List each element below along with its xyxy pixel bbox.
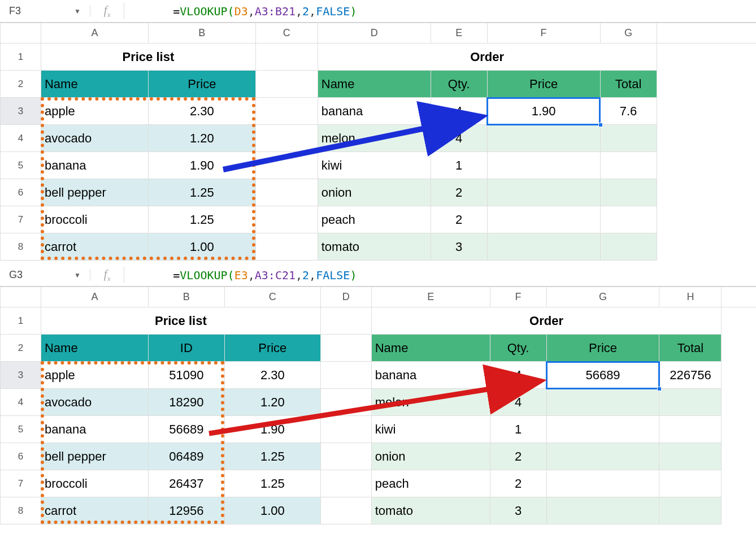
cell[interactable]: 12956 bbox=[148, 497, 224, 524]
cell[interactable]: 2.30 bbox=[224, 362, 320, 389]
cell[interactable] bbox=[546, 470, 659, 497]
cell[interactable]: Price list bbox=[41, 44, 255, 71]
cell[interactable]: avocado bbox=[41, 389, 148, 416]
row-header[interactable]: 6 bbox=[1, 443, 41, 470]
cell[interactable]: onion bbox=[371, 443, 490, 470]
cell[interactable]: 1.00 bbox=[224, 497, 320, 524]
cell[interactable]: Price bbox=[224, 335, 320, 362]
cell[interactable]: ID bbox=[148, 335, 224, 362]
col-header[interactable]: G bbox=[600, 23, 657, 44]
active-cell[interactable]: 1.90 bbox=[487, 98, 600, 125]
cell[interactable]: banana bbox=[371, 362, 490, 389]
cell[interactable]: 56689 bbox=[148, 416, 224, 443]
row-header[interactable]: 3 bbox=[1, 98, 41, 125]
cell[interactable]: 51090 bbox=[148, 362, 224, 389]
row-header[interactable]: 1 bbox=[1, 44, 41, 71]
cell[interactable]: 2 bbox=[431, 179, 487, 206]
row-header[interactable]: 5 bbox=[1, 416, 41, 443]
cell[interactable]: 1.90 bbox=[224, 416, 320, 443]
cell[interactable]: kiwi bbox=[371, 416, 490, 443]
cell[interactable]: Order bbox=[318, 44, 657, 71]
cell[interactable]: Qty. bbox=[431, 71, 487, 98]
cell[interactable]: 3 bbox=[490, 497, 546, 524]
cell[interactable] bbox=[659, 443, 722, 470]
col-header[interactable]: F bbox=[487, 23, 600, 44]
cell[interactable]: Name bbox=[41, 71, 148, 98]
cell[interactable]: 06489 bbox=[148, 443, 224, 470]
row-header[interactable]: 2 bbox=[1, 71, 41, 98]
cell[interactable]: bell pepper bbox=[41, 179, 148, 206]
cell[interactable]: 1.20 bbox=[224, 389, 320, 416]
col-header[interactable]: C bbox=[224, 287, 320, 307]
cell[interactable]: Price bbox=[148, 71, 255, 98]
name-box[interactable]: F3 ▼ bbox=[0, 5, 90, 17]
cell[interactable] bbox=[255, 206, 318, 233]
row-header[interactable]: 1 bbox=[1, 307, 41, 335]
col-header[interactable]: B bbox=[148, 287, 224, 307]
cell[interactable] bbox=[255, 98, 318, 125]
cell[interactable]: 2 bbox=[490, 443, 546, 470]
row-header[interactable]: 8 bbox=[1, 497, 41, 524]
cell[interactable] bbox=[600, 206, 657, 233]
cell[interactable]: 1.20 bbox=[148, 125, 255, 152]
cell[interactable] bbox=[320, 497, 371, 524]
row-header[interactable]: 6 bbox=[1, 179, 41, 206]
cell[interactable] bbox=[659, 416, 722, 443]
cell[interactable] bbox=[487, 206, 600, 233]
col-header[interactable]: B bbox=[148, 23, 255, 44]
cell[interactable]: 4 bbox=[490, 389, 546, 416]
row-header[interactable]: 8 bbox=[1, 233, 41, 261]
cell[interactable] bbox=[320, 416, 371, 443]
cell[interactable] bbox=[546, 497, 659, 524]
col-header[interactable]: A bbox=[41, 287, 148, 307]
cell[interactable] bbox=[255, 179, 318, 206]
cell-grid[interactable]: A B C D E F G H 1 Price list Order 2 Nam… bbox=[0, 287, 756, 524]
row-header[interactable]: 2 bbox=[1, 335, 41, 362]
cell[interactable]: 2.30 bbox=[148, 98, 255, 125]
cell[interactable]: banana bbox=[318, 98, 431, 125]
cell[interactable] bbox=[546, 443, 659, 470]
cell[interactable]: banana bbox=[41, 416, 148, 443]
cell[interactable] bbox=[546, 389, 659, 416]
select-all[interactable] bbox=[1, 23, 41, 44]
cell[interactable] bbox=[487, 125, 600, 152]
col-header[interactable]: D bbox=[320, 287, 371, 307]
cell[interactable]: 1 bbox=[490, 416, 546, 443]
cell[interactable]: Total bbox=[659, 335, 722, 362]
cell[interactable]: kiwi bbox=[318, 152, 431, 179]
cell-grid[interactable]: A B C D E F G 1 Price list Order 2 Name … bbox=[0, 23, 756, 261]
col-header[interactable]: F bbox=[490, 287, 546, 307]
name-box[interactable]: G3 ▼ bbox=[0, 269, 90, 281]
cell[interactable]: 4 bbox=[431, 98, 487, 125]
col-header[interactable]: G bbox=[546, 287, 659, 307]
cell[interactable] bbox=[546, 416, 659, 443]
row-header[interactable]: 7 bbox=[1, 470, 41, 497]
active-cell[interactable]: 56689 bbox=[546, 362, 659, 389]
cell[interactable]: 26437 bbox=[148, 470, 224, 497]
cell[interactable] bbox=[600, 179, 657, 206]
cell[interactable]: 1.90 bbox=[148, 152, 255, 179]
row-header[interactable]: 5 bbox=[1, 152, 41, 179]
row-header[interactable]: 4 bbox=[1, 389, 41, 416]
col-header[interactable]: A bbox=[41, 23, 148, 44]
cell[interactable]: Price bbox=[487, 71, 600, 98]
cell[interactable]: Qty. bbox=[490, 335, 546, 362]
cell[interactable]: melon bbox=[371, 389, 490, 416]
select-all[interactable] bbox=[1, 287, 41, 307]
fill-handle[interactable] bbox=[598, 123, 603, 127]
cell[interactable]: Name bbox=[318, 71, 431, 98]
row-header[interactable]: 7 bbox=[1, 206, 41, 233]
cell[interactable] bbox=[255, 152, 318, 179]
cell[interactable]: Price bbox=[546, 335, 659, 362]
cell[interactable]: Price list bbox=[41, 307, 320, 335]
cell[interactable] bbox=[320, 362, 371, 389]
cell[interactable] bbox=[487, 179, 600, 206]
cell[interactable] bbox=[320, 335, 371, 362]
cell[interactable] bbox=[600, 125, 657, 152]
cell[interactable]: bell pepper bbox=[41, 443, 148, 470]
cell[interactable] bbox=[320, 389, 371, 416]
fill-handle[interactable] bbox=[657, 387, 662, 391]
cell[interactable]: 4 bbox=[431, 125, 487, 152]
col-header[interactable]: E bbox=[371, 287, 490, 307]
cell[interactable]: 1.25 bbox=[224, 443, 320, 470]
